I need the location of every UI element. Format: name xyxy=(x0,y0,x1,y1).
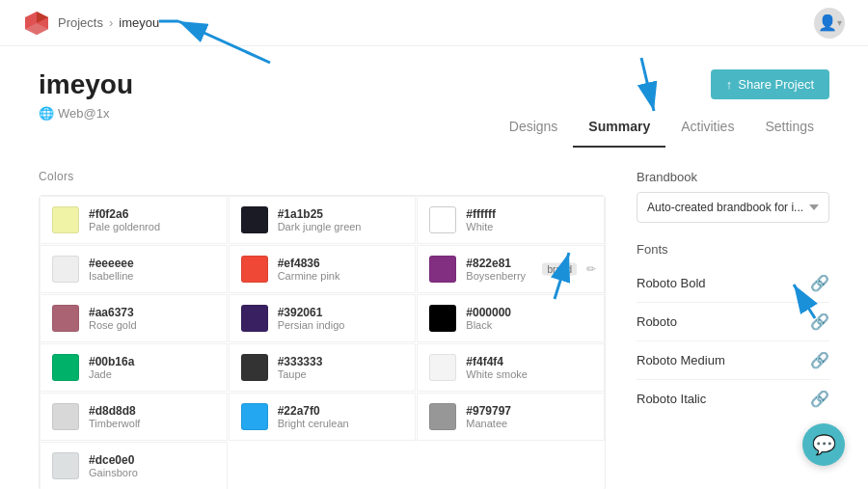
color-item: #d8d8d8Timberwolf xyxy=(40,393,228,441)
color-swatch xyxy=(52,256,79,283)
color-name: Boysenberry xyxy=(466,270,526,282)
color-item: #22a7f0Bright cerulean xyxy=(229,393,417,441)
color-item: #ffffffWhite xyxy=(417,196,605,244)
sidebar-section: Brandbook Auto-created brandbook for i..… xyxy=(637,170,829,489)
color-item: #aa6373Rose gold xyxy=(40,294,228,342)
font-attach-icon[interactable]: 🔗 xyxy=(810,274,829,292)
breadcrumb: Projects › imeyou xyxy=(58,15,159,30)
color-info: #333333Taupe xyxy=(278,355,323,380)
color-info: #822e81Boysenberry xyxy=(466,257,526,282)
font-name: Roboto Italic xyxy=(637,392,706,406)
color-name: Pale goldenrod xyxy=(89,221,160,232)
color-info: #000000Black xyxy=(466,306,511,331)
color-grid: #f0f2a6Pale goldenrod#1a1b25Dark jungle … xyxy=(39,195,606,489)
color-name: Taupe xyxy=(278,368,323,380)
color-swatch xyxy=(241,354,268,381)
color-info: #00b16aJade xyxy=(89,355,134,380)
project-header-row: imeyou 🌐 Web@1x ↑ Share Project Designs … xyxy=(0,46,868,147)
font-item: Roboto Medium🔗 xyxy=(637,341,829,380)
color-info: #aa6373Rose gold xyxy=(89,306,137,331)
font-name: Roboto Bold xyxy=(637,276,706,290)
app-header: Projects › imeyou 👤 ▾ xyxy=(0,0,868,46)
color-info: #d8d8d8Timberwolf xyxy=(89,404,140,429)
share-project-button[interactable]: ↑ Share Project xyxy=(711,69,829,99)
font-item: Roboto🔗 xyxy=(637,303,829,341)
project-subtitle: 🌐 Web@1x xyxy=(39,106,133,121)
font-name: Roboto Medium xyxy=(637,353,725,367)
color-hex: #d8d8d8 xyxy=(89,404,140,418)
font-name: Roboto xyxy=(637,314,677,329)
color-info: #eeeeeeIsabelline xyxy=(89,257,134,282)
color-swatch xyxy=(52,354,79,381)
color-hex: #00b16a xyxy=(89,355,134,368)
font-item: Roboto Bold🔗 xyxy=(637,264,829,303)
color-swatch xyxy=(241,305,268,332)
color-name: White smoke xyxy=(466,368,528,380)
color-swatch xyxy=(52,452,79,479)
color-item: #f0f2a6Pale goldenrod xyxy=(40,196,228,244)
color-name: Gainsboro xyxy=(89,467,138,478)
color-swatch xyxy=(429,305,456,332)
sympli-logo-icon[interactable] xyxy=(23,10,50,37)
color-hex: #f4f4f4 xyxy=(466,355,528,368)
color-swatch xyxy=(429,403,456,430)
color-swatch xyxy=(429,206,456,233)
project-subtitle-text: Web@1x xyxy=(58,106,109,121)
color-info: #22a7f0Bright cerulean xyxy=(278,404,349,429)
color-hex: #f0f2a6 xyxy=(89,207,160,221)
color-info: #ef4836Carmine pink xyxy=(278,257,340,282)
color-info: #979797Manatee xyxy=(466,404,511,429)
color-item: #000000Black xyxy=(417,294,605,342)
color-name: Carmine pink xyxy=(278,270,340,282)
color-name: Persian indigo xyxy=(278,319,345,331)
user-avatar-button[interactable]: 👤 ▾ xyxy=(814,8,845,39)
edit-color-icon[interactable]: ✏ xyxy=(586,262,596,276)
color-hex: #ef4836 xyxy=(278,257,340,270)
breadcrumb-projects-link[interactable]: Projects xyxy=(58,15,103,30)
brandbook-select[interactable]: Auto-created brandbook for i... xyxy=(637,192,829,223)
color-swatch xyxy=(241,256,268,283)
color-swatch xyxy=(52,403,79,430)
color-item: #822e81Boysenberrybrand✏ xyxy=(417,245,605,293)
color-item: #f4f4f4White smoke xyxy=(417,343,605,392)
color-hex: #392061 xyxy=(278,306,345,319)
header-left: Projects › imeyou xyxy=(23,10,159,37)
brandbook-section: Brandbook Auto-created brandbook for i..… xyxy=(637,170,829,223)
fonts-list: Roboto Bold🔗Roboto🔗Roboto Medium🔗Roboto … xyxy=(637,264,829,418)
color-hex: #1a1b25 xyxy=(278,207,362,221)
color-item: #ef4836Carmine pink xyxy=(229,245,417,293)
colors-section: Colors #f0f2a6Pale goldenrod#1a1b25Dark … xyxy=(39,170,606,489)
color-swatch xyxy=(429,256,456,283)
color-name: Jade xyxy=(89,368,134,380)
color-swatch xyxy=(241,403,268,430)
color-swatch xyxy=(52,206,79,233)
font-attach-icon[interactable]: 🔗 xyxy=(810,390,829,408)
color-item: #979797Manatee xyxy=(417,393,605,441)
font-attach-icon[interactable]: 🔗 xyxy=(810,312,829,331)
tab-designs[interactable]: Designs xyxy=(494,111,574,148)
color-item: #eeeeeeIsabelline xyxy=(40,245,228,293)
chevron-down-icon: ▾ xyxy=(837,17,842,28)
color-item: #392061Persian indigo xyxy=(229,294,417,342)
font-attach-icon[interactable]: 🔗 xyxy=(810,351,829,369)
color-info: #ffffffWhite xyxy=(466,207,496,232)
color-info: #f4f4f4White smoke xyxy=(466,355,528,380)
color-hex: #22a7f0 xyxy=(278,404,349,418)
color-name: Dark jungle green xyxy=(278,221,362,232)
color-item: #dce0e0Gainsboro xyxy=(40,442,228,489)
tab-settings[interactable]: Settings xyxy=(749,111,829,148)
breadcrumb-separator: › xyxy=(109,15,113,30)
color-swatch xyxy=(429,354,456,381)
tab-summary[interactable]: Summary xyxy=(573,111,665,148)
chat-bubble-button[interactable]: 💬 xyxy=(802,423,845,466)
brand-badge: brand xyxy=(542,263,577,276)
color-info: #dce0e0Gainsboro xyxy=(89,453,138,478)
color-name: Rose gold xyxy=(89,319,137,331)
header-right: 👤 ▾ xyxy=(814,8,845,39)
color-hex: #ffffff xyxy=(466,207,496,221)
fonts-section: Fonts Roboto Bold🔗Roboto🔗Roboto Medium🔗R… xyxy=(637,242,829,418)
tab-activities[interactable]: Activities xyxy=(665,111,749,148)
color-name: White xyxy=(466,221,496,232)
project-header-right: ↑ Share Project Designs Summary Activiti… xyxy=(494,69,829,147)
brandbook-label: Brandbook xyxy=(637,170,829,184)
